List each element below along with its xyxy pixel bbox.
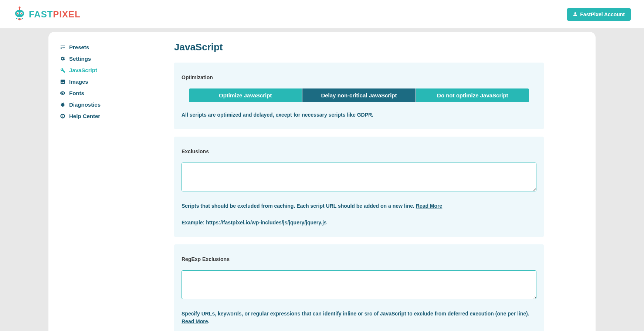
exclusions-panel: Exclusions Scripts that should be exclud… — [174, 137, 544, 237]
sidebar-item-label: Presets — [69, 44, 89, 50]
regexp-title: RegExp Exclusions — [182, 256, 536, 262]
account-button-label: FastPixel Account — [580, 11, 625, 17]
wrench-icon — [60, 67, 65, 73]
svg-rect-8 — [18, 19, 19, 20]
logo-text-fast: FAST — [29, 9, 53, 19]
regexp-help-1: Specify URLs, keywords, or regular expre… — [182, 310, 536, 325]
exclusions-help-2: Example: https://fastpixel.io/wp-include… — [182, 219, 536, 227]
image-icon — [60, 79, 65, 85]
sidebar-item-label: Help Center — [69, 113, 100, 119]
svg-point-5 — [17, 13, 18, 14]
exclusions-help-1: Scripts that should be excluded from cac… — [182, 202, 536, 210]
sidebar-item-images[interactable]: Images — [60, 76, 152, 87]
seg-optimize-js[interactable]: Optimize JavaScript — [189, 88, 302, 102]
bug-icon — [60, 102, 65, 108]
gear-icon — [60, 56, 65, 62]
optimization-segmented: Optimize JavaScript Delay non-critical J… — [189, 88, 529, 102]
user-icon — [573, 11, 577, 17]
sidebar-item-diagnostics[interactable]: Diagnostics — [60, 99, 152, 110]
sidebar-item-label: JavaScript — [69, 67, 97, 73]
optimization-help: All scripts are optimized and delayed, e… — [182, 111, 536, 119]
optimization-panel: Optimization Optimize JavaScript Delay n… — [174, 63, 544, 129]
sidebar-item-label: Images — [69, 78, 88, 85]
seg-delay-js[interactable]: Delay non-critical JavaScript — [302, 88, 416, 102]
sidebar-item-label: Settings — [69, 56, 91, 62]
regexp-read-more-link[interactable]: Read More — [182, 318, 208, 324]
sidebar-item-help[interactable]: Help Center — [60, 110, 152, 122]
regexp-textarea[interactable] — [182, 270, 536, 299]
svg-rect-10 — [19, 19, 20, 20]
logo-robot-icon — [13, 6, 26, 23]
regexp-help-1-tail: . — [208, 318, 210, 324]
svg-rect-7 — [16, 18, 17, 19]
exclusions-title: Exclusions — [182, 148, 536, 154]
page-title: JavaScript — [174, 41, 544, 53]
logo-text: FASTPIXEL — [29, 9, 81, 20]
sidebar-item-label: Diagnostics — [69, 101, 101, 108]
svg-rect-2 — [15, 10, 24, 17]
svg-rect-11 — [20, 19, 21, 20]
svg-rect-12 — [22, 18, 23, 19]
sidebar-item-settings[interactable]: Settings — [60, 53, 152, 64]
sidebar: Presets Settings JavaScript Images Fonts — [48, 41, 152, 331]
lifering-icon — [60, 113, 65, 119]
logo-text-pixel: PIXEL — [53, 9, 80, 19]
eye-icon — [60, 90, 65, 96]
exclusions-textarea[interactable] — [182, 163, 536, 191]
sidebar-item-label: Fonts — [69, 90, 84, 96]
svg-point-0 — [19, 7, 21, 9]
exclusions-help-1-text: Scripts that should be excluded from cac… — [182, 203, 416, 209]
svg-rect-9 — [19, 18, 20, 19]
account-button[interactable]: FastPixel Account — [567, 8, 631, 21]
exclusions-read-more-link[interactable]: Read More — [416, 203, 443, 209]
seg-no-optimize-js[interactable]: Do not optimize JavaScript — [416, 88, 529, 102]
sidebar-item-presets[interactable]: Presets — [60, 41, 152, 53]
app-shell: Presets Settings JavaScript Images Fonts — [48, 32, 596, 331]
optimization-title: Optimization — [182, 74, 536, 80]
top-header: FASTPIXEL FastPixel Account — [0, 0, 644, 29]
logo: FASTPIXEL — [13, 6, 81, 23]
regexp-help-1-text: Specify URLs, keywords, or regular expre… — [182, 311, 529, 317]
svg-point-6 — [21, 13, 22, 14]
sidebar-item-javascript[interactable]: JavaScript — [60, 64, 152, 76]
sidebar-item-fonts[interactable]: Fonts — [60, 87, 152, 99]
sliders-icon — [60, 44, 65, 50]
main-content: JavaScript Optimization Optimize JavaScr… — [152, 41, 596, 331]
regexp-panel: RegExp Exclusions Specify URLs, keywords… — [174, 244, 544, 331]
